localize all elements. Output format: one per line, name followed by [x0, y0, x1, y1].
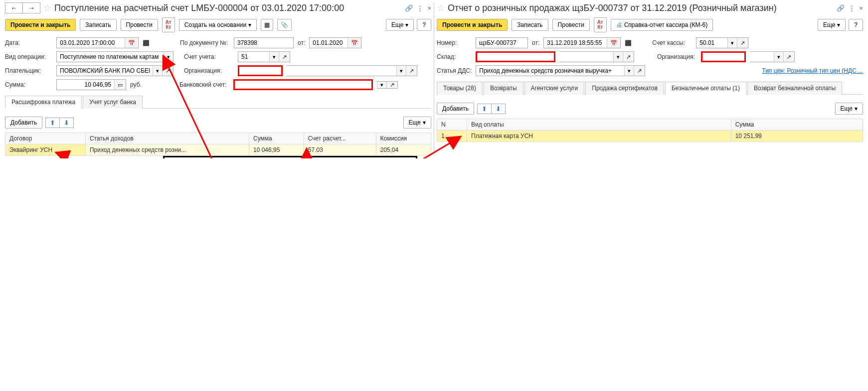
table-row[interactable]: 1 Платежная карта УСН 10 251,99: [437, 130, 863, 142]
add-row-button[interactable]: Добавить: [437, 103, 474, 115]
payer-input[interactable]: ▾ ↗: [56, 65, 174, 76]
attach-icon[interactable]: 📎: [277, 19, 292, 31]
org-label: Организация:: [184, 67, 234, 74]
bankacc-input-redacted[interactable]: [233, 79, 373, 90]
help-button[interactable]: ?: [849, 19, 863, 31]
dropdown-icon[interactable]: ▾: [774, 52, 783, 62]
more-icon[interactable]: ⋮: [417, 4, 423, 12]
help-button[interactable]: ?: [417, 19, 431, 31]
more-button[interactable]: Еще ▾: [818, 19, 846, 31]
more-button[interactable]: Еще ▾: [386, 19, 414, 31]
dropdown-icon[interactable]: ▾: [377, 82, 386, 88]
col-commission: Комиссия: [376, 133, 431, 144]
write-button[interactable]: Записать: [80, 19, 116, 31]
write-button[interactable]: Записать: [512, 19, 548, 31]
dropdown-icon[interactable]: ▾: [396, 66, 406, 76]
open-icon[interactable]: ↗: [406, 66, 417, 76]
dropdown-icon[interactable]: ▾: [727, 38, 737, 48]
open-icon[interactable]: ↗: [737, 38, 748, 48]
more-button[interactable]: Еще ▾: [835, 103, 863, 115]
calendar-icon[interactable]: 📅: [347, 38, 361, 48]
move-up-button[interactable]: ⬆: [46, 118, 59, 128]
optype-select[interactable]: ▾: [56, 51, 174, 62]
account-input[interactable]: ▾ ↗: [238, 51, 290, 62]
more-icon[interactable]: ⋮: [849, 4, 855, 12]
dropdown-icon[interactable]: ▾: [269, 52, 279, 62]
template-icon[interactable]: ▦: [261, 19, 273, 31]
move-up-button[interactable]: ⬆: [478, 104, 491, 114]
tab-returns[interactable]: Возвраты: [484, 82, 523, 95]
dds-input[interactable]: ▾ ↗: [476, 65, 645, 76]
create-based-button[interactable]: Создать на основании ▾: [179, 19, 257, 31]
post-button[interactable]: Провести: [121, 19, 158, 31]
from-input[interactable]: 📅: [309, 37, 361, 48]
dropdown-icon[interactable]: ▾: [164, 52, 173, 62]
tab-goods[interactable]: Товары (28): [437, 82, 483, 95]
org-input-tail[interactable]: ▾ ↗: [750, 51, 795, 62]
dropdown-icon[interactable]: ▾: [624, 66, 634, 76]
open-icon[interactable]: ↗: [623, 52, 634, 62]
km6-button[interactable]: 🖨 Справка-отчет кассира (КМ-6): [611, 19, 713, 31]
open-icon[interactable]: ↗: [634, 66, 645, 76]
from-input[interactable]: 📅: [543, 37, 621, 48]
calendar-icon[interactable]: 📅: [125, 38, 138, 48]
dds-label: Статья ДДС:: [437, 67, 472, 74]
tab-cashless-return[interactable]: Возврат безналичной оплаты: [747, 82, 842, 95]
details-table: Договор Статья доходов Сумма Счет расчет…: [5, 132, 431, 156]
org-input-tail[interactable]: ▾ ↗: [287, 65, 417, 76]
close-icon[interactable]: ×: [427, 4, 431, 12]
tab-certs[interactable]: Продажа сертификатов: [585, 82, 664, 95]
dropdown-icon[interactable]: ▾: [613, 52, 623, 62]
post-and-close-button[interactable]: Провести и закрыть: [5, 19, 76, 31]
calc-icon[interactable]: ▭: [114, 80, 126, 90]
col-sum: Сумма: [731, 119, 863, 130]
move-row-buttons: ⬆ ⬇: [477, 104, 506, 114]
sklad-input-redacted[interactable]: [476, 51, 555, 62]
org-input-redacted[interactable]: [701, 51, 746, 62]
kassa-input[interactable]: ▾ ↗: [696, 37, 748, 48]
window-title: Отчет о розничных продажах щзБУ-000737 о…: [448, 3, 777, 13]
link-icon[interactable]: 🔗: [405, 4, 413, 12]
dtkt-icon[interactable]: АтКт: [594, 17, 607, 32]
sklad-input-tail[interactable]: ▾ ↗: [559, 51, 634, 62]
open-icon[interactable]: ↗: [162, 66, 173, 76]
more-button[interactable]: Еще ▾: [403, 117, 431, 129]
table-row[interactable]: Эквайринг УСН Приход денежных средств ро…: [5, 144, 431, 156]
tab-agency[interactable]: Агентские услуги: [524, 82, 585, 95]
calendar-icon[interactable]: 📅: [607, 38, 620, 48]
col-n: N: [437, 119, 467, 130]
open-icon[interactable]: ↗: [279, 52, 290, 62]
org-input-redacted[interactable]: [238, 65, 283, 76]
sklad-label: Склад:: [437, 53, 472, 60]
num-label: Номер:: [437, 39, 472, 46]
move-down-button[interactable]: ⬇: [59, 118, 73, 128]
close-icon[interactable]: ×: [859, 4, 863, 12]
back-button[interactable]: ←: [5, 3, 22, 13]
docno-input[interactable]: [234, 37, 294, 48]
open-icon[interactable]: ↗: [783, 52, 794, 62]
dropdown-icon[interactable]: ▾: [153, 66, 162, 76]
post-and-close-button[interactable]: Провести и закрыть: [437, 19, 508, 31]
price-type-link[interactable]: Тип цен: Розничный тип цен (НДС ...: [762, 67, 863, 74]
dtkt-icon[interactable]: АтКт: [162, 17, 175, 32]
move-down-button[interactable]: ⬇: [491, 104, 505, 114]
sum-input[interactable]: ▭: [56, 79, 126, 90]
num-input[interactable]: [476, 37, 528, 48]
bankacc-label: Банковский счет:: [179, 81, 229, 88]
tab-cashless[interactable]: Безналичные оплаты (1): [665, 82, 746, 95]
forward-button[interactable]: →: [22, 3, 40, 13]
toolbar: Провести и закрыть Записать Провести АтК…: [5, 17, 431, 32]
post-button[interactable]: Провести: [552, 19, 590, 31]
flag-icon[interactable]: ⬛: [143, 40, 150, 46]
star-icon[interactable]: ☆: [43, 2, 51, 13]
add-row-button[interactable]: Добавить: [5, 117, 42, 129]
from-label: от:: [532, 39, 539, 46]
link-icon[interactable]: 🔗: [837, 4, 845, 12]
flag-icon[interactable]: ⬛: [625, 40, 632, 46]
bankacc-input-tail[interactable]: ▾ ↗: [377, 81, 398, 89]
date-input[interactable]: 📅: [56, 37, 139, 48]
tab-details[interactable]: Расшифровка платежа: [5, 96, 82, 109]
star-icon[interactable]: ☆: [437, 2, 445, 13]
open-icon[interactable]: ↗: [386, 82, 397, 88]
tab-bank-services[interactable]: Учет услуг банка: [83, 96, 143, 109]
